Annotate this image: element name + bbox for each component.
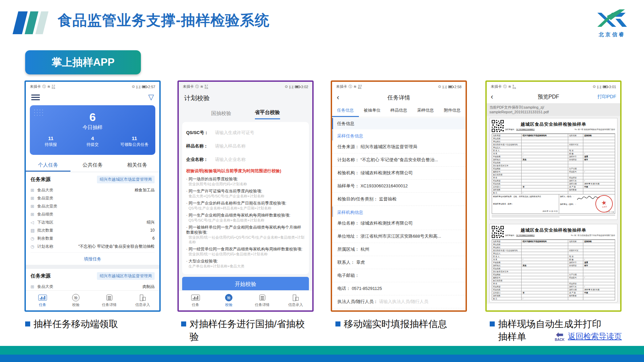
row-icon: ⊞ — [31, 196, 37, 201]
cell-label2 — [568, 243, 583, 246]
cell-value — [522, 246, 568, 249]
tab-sampled-unit[interactable]: 被抽单位 — [359, 105, 386, 117]
cell-label: 任务来源 — [492, 240, 522, 243]
nav-check[interactable]: 验 校验 — [59, 294, 93, 307]
cell-label2 — [568, 191, 583, 194]
cell-label: 联 系 人 — [492, 149, 522, 152]
print-pdf-button[interactable]: 打印PDF — [593, 94, 616, 100]
cell-value: 否 — [522, 185, 568, 188]
back-button[interactable]: ⬅ BACK — [555, 331, 565, 342]
cell-value2: 2019 年 11 月 13 日 — [583, 182, 615, 185]
nav-check[interactable]: 验 校验 — [212, 294, 246, 307]
nav-task-detail[interactable]: 任务详情 — [93, 294, 126, 307]
detail-row: 检验机构： 绿城农科检测技术有限公司 — [332, 167, 466, 180]
row-label: 批次数量 — [37, 228, 53, 233]
cell-value — [522, 252, 568, 255]
cell-value2: 2019 年 11 月 13 日 — [583, 288, 615, 291]
stat-pending-submit[interactable]: 4待提交 — [72, 135, 114, 147]
qr-code — [492, 120, 504, 132]
cell-value — [522, 143, 568, 146]
network-icon: ≋ — [200, 84, 203, 89]
sim-card-icon: ⓘ — [195, 84, 199, 89]
cell-label: 年销售额 — [492, 155, 522, 158]
pdf-form-row: 营业执照号/统一社会信用代码 经营许可证 — [492, 143, 615, 146]
detail-row: 抽样单号： XC19330602316400012 — [332, 180, 466, 193]
nav-tasks[interactable]: 任务 — [26, 294, 59, 307]
tab-sample-info[interactable]: 样品信息 — [385, 105, 412, 117]
nav-tasks[interactable]: 任务 — [179, 294, 212, 307]
check-rule: 同一生产企业相同食品细类每家机构每周抽样数量校验项: QS号/SC号/生产企业名… — [186, 213, 305, 223]
cell-value — [522, 164, 568, 167]
clock: 3:02 — [301, 85, 308, 89]
cell-value2 — [583, 252, 615, 255]
cell-value: 否 — [522, 291, 568, 294]
cell-label: 单 价 — [492, 282, 522, 285]
vibrate-icon: |□| — [442, 85, 446, 89]
cell-label2 — [568, 140, 583, 143]
cell-label2 — [568, 146, 583, 149]
cell-value2 — [583, 297, 615, 300]
rule-detail: 营业执照/统一社会信用代码+QS号/SC号/生产企业名称+食品细类+计划名称 — [186, 235, 305, 244]
check-tabs: 国抽校验 省平台校验 — [179, 104, 312, 119]
clock: 3:01 — [609, 85, 616, 89]
tab-national-check[interactable]: 国抽校验 — [211, 110, 231, 119]
cell-label2: 任务名称 — [568, 240, 583, 243]
form-field[interactable]: 企业名称： 请输入企业名称 — [186, 153, 305, 166]
stat-public-tasks[interactable]: 11可领取公共任务 — [113, 135, 155, 147]
cell-label2: 抽样环节 — [568, 261, 583, 264]
tab-related-tasks[interactable]: 相关任务 — [115, 158, 159, 172]
stat-pending-fill[interactable]: 11待填报 — [30, 135, 72, 147]
start-check-button[interactable]: 开始校验 — [182, 277, 309, 292]
tab-public-tasks[interactable]: 公共任务 — [70, 158, 115, 172]
pdf-viewer[interactable]: 越城区食品安全抽样检验抽样单 抽样单编号：XC19330602316400012… — [487, 116, 620, 304]
cell-label2: 样品批号 — [568, 276, 583, 279]
cell-label2: 抽样工具 — [568, 179, 583, 182]
task-attr-row: ⊞ 食品大类 肉制品 — [31, 283, 155, 291]
cell-value — [522, 279, 568, 282]
check-form-card: QS/SC号： 请输入生成许可证号 样品名称： 请输入样品名称 企业名称： 请输… — [182, 122, 309, 274]
app-badge-label: 掌上抽样APP — [52, 55, 115, 69]
sim-status: 未插卡 — [491, 84, 502, 89]
cell-value — [522, 146, 568, 149]
row-icon: ⊞ — [31, 204, 37, 209]
row-label: 单位名称： — [337, 221, 359, 226]
filter-icon[interactable]: ▽ — [148, 94, 154, 101]
pdf-form-row: 单位名称 — [492, 137, 615, 140]
tab-sampling-info[interactable]: 采样信息 — [412, 105, 439, 117]
gps-icon: ⊙ — [593, 84, 596, 89]
network-icon: ≋ — [508, 84, 511, 89]
sign-note: 被抽样单位对抽样程序、过程、封样状态及上述内容无异议 — [493, 195, 558, 198]
row-icon: ◷ — [31, 236, 37, 241]
form-field[interactable]: QS/SC号： 请输入生成许可证号 — [186, 126, 305, 139]
menu-icon[interactable] — [31, 93, 40, 102]
cell-label: 执行标准/技术文件 — [492, 270, 522, 273]
pdf-form-row: 样品名称 — [492, 267, 615, 270]
tab-province-check[interactable]: 省平台校验 — [255, 109, 280, 119]
cell-value: 其他 — [522, 264, 568, 267]
tab-attachment-info[interactable]: 附件信息 — [439, 105, 466, 117]
nav-info-entry[interactable]: 信息录入 — [279, 294, 313, 307]
caption-text: 移动端实时填报抽样信息 — [344, 318, 447, 330]
caption-3: 移动端实时填报抽样信息 — [335, 318, 470, 330]
pdf-form-row: 样品来源 抽样工具 / — [492, 285, 615, 288]
nav-info-entry[interactable]: 信息录入 — [126, 294, 160, 307]
cell-value2 — [583, 279, 615, 282]
slide: 食品监管业务支撑-抽样检验系统 北京信睿 掌上抽样APP 未插卡 ⓘ ≋ 2.2… — [0, 0, 644, 362]
vibrate-icon: |□| — [289, 85, 293, 89]
tab-task-info[interactable]: 任务信息 — [332, 105, 359, 117]
tab-personal-tasks[interactable]: 个人任务 — [26, 158, 70, 172]
form-field[interactable]: 样品名称： 请输入样品名称 — [186, 139, 305, 153]
bullet-square — [25, 321, 30, 326]
today-count: 6 — [30, 111, 155, 124]
pdf-form-row: 规格型号 样品批号 / — [492, 276, 615, 279]
back-icon[interactable]: ‹ — [491, 93, 504, 101]
pdf-form-row: 传 真 / 邮 编 / — [492, 258, 615, 261]
fill-task-link[interactable]: 填报任务 — [31, 252, 155, 265]
pdf-form-row: 单位法人 — [492, 252, 615, 255]
task-source-badge: 绍兴市越城区市场监督管理局 — [97, 272, 155, 280]
return-index-link[interactable]: 返回检索导读页 — [568, 331, 622, 342]
back-icon[interactable]: ‹ — [337, 93, 350, 102]
clock: 2:58 — [454, 85, 462, 89]
nav-task-detail[interactable]: 任务详情 — [246, 294, 279, 307]
check-rules-list: 同一场所的当前季度校验项: 营业执照号/社会信用代码+计划名称 同一生产许可证编… — [186, 177, 305, 268]
